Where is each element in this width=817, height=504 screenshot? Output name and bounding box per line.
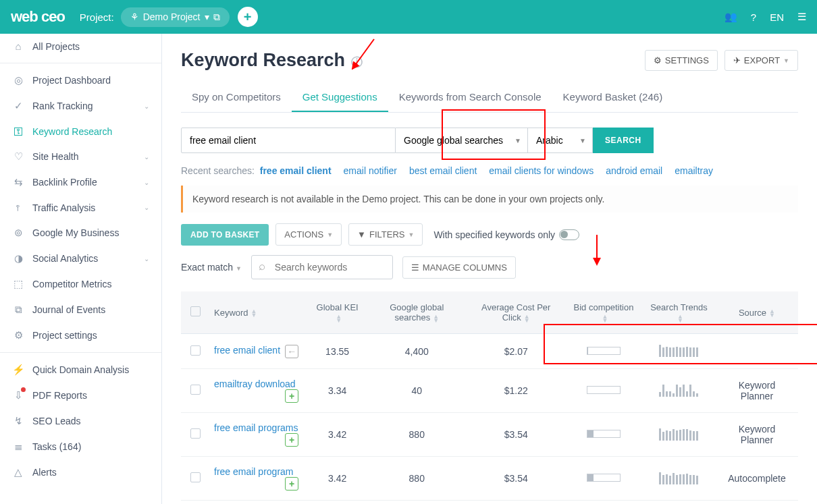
add-icon[interactable]: + — [285, 389, 298, 403]
column-header[interactable]: Bid competition▲▼ — [565, 291, 642, 334]
search-scope-select[interactable]: Google global searches — [396, 128, 528, 153]
trend-sparkline — [659, 343, 698, 357]
row-checkbox[interactable] — [190, 385, 201, 395]
caret-down-icon: ▾ — [205, 11, 209, 22]
language-select[interactable]: Arabic — [528, 128, 593, 153]
page-tab[interactable]: Spy on Competitors — [181, 84, 292, 112]
nav-icon: ♡ — [12, 150, 24, 163]
sidebar-item[interactable]: ⌂All Projects — [0, 34, 161, 59]
sidebar-item[interactable]: ⇆Backlink Profile⌄ — [0, 169, 161, 195]
keyword-input[interactable] — [181, 128, 396, 153]
row-checkbox[interactable] — [190, 345, 201, 356]
add-icon[interactable]: + — [285, 477, 298, 491]
caret-down-icon: ▼ — [783, 57, 789, 64]
search-button[interactable]: SEARCH — [593, 128, 654, 153]
sort-icon: ▲▼ — [602, 314, 608, 323]
keyword-link[interactable]: free email client — [214, 345, 280, 356]
manage-columns-button[interactable]: ☰MANAGE COLUMNS — [402, 256, 516, 279]
table-row: free email program+ 3.42 880 $3.54 Autoc… — [181, 457, 798, 501]
sidebar-item[interactable]: ⚡Quick Domain Analysis — [0, 357, 161, 383]
bid-bar — [587, 386, 621, 394]
keyword-link[interactable]: free email program — [214, 466, 294, 477]
keyword-link[interactable]: emailtray download — [214, 379, 296, 389]
nav-icon: ✓ — [12, 100, 24, 112]
project-selector[interactable]: ⚘ Demo Project ▾ ⧉ — [121, 7, 230, 27]
sort-icon: ▲▼ — [677, 314, 683, 323]
kei-cell: 3.42 — [308, 457, 367, 501]
source-cell: Keyword Planner — [716, 501, 798, 505]
table-search-input[interactable] — [251, 255, 393, 279]
column-header[interactable]: Google global searches▲▼ — [367, 291, 467, 334]
sidebar-item[interactable]: ⚙ Project settings — [0, 323, 161, 348]
sidebar-item[interactable]: ⧉Journal of Events — [0, 297, 161, 323]
language-switch[interactable]: EN — [770, 11, 784, 23]
page-tab[interactable]: Keyword Basket (246) — [552, 84, 674, 112]
actions-button[interactable]: ACTIONS▼ — [275, 223, 342, 246]
add-to-basket-button[interactable]: ADD TO BASKET — [181, 224, 269, 246]
export-button[interactable]: ✈EXPORT▼ — [724, 50, 798, 71]
sort-icon: ▲▼ — [336, 314, 342, 323]
page-tab[interactable]: Keywords from Search Console — [388, 84, 552, 112]
select-all-checkbox[interactable] — [190, 306, 201, 316]
nav-icon: ⚡ — [12, 364, 24, 376]
keyword-link[interactable]: free email programs — [214, 422, 298, 433]
sidebar-item-label: Journal of Events — [32, 304, 105, 315]
page-tab[interactable]: Get Suggestions — [292, 84, 388, 112]
sidebar-item[interactable]: ◑Social Analytics⌄ — [0, 246, 161, 271]
add-icon[interactable]: + — [285, 433, 298, 447]
table-row: free mail client+ 9.68 1,300 $2.15 Keywo… — [181, 501, 798, 505]
add-project-button[interactable]: + — [238, 7, 258, 27]
users-icon[interactable]: 👥 — [724, 11, 737, 23]
sidebar-item[interactable]: △Alerts — [0, 459, 161, 485]
table-row: free email client← 13.55 4,400 $2.07 — [181, 334, 798, 369]
nav-icon: ⌂ — [12, 40, 24, 52]
sidebar-item[interactable]: ↯SEO Leads — [0, 408, 161, 434]
column-header[interactable]: Search Trends▲▼ — [642, 291, 716, 334]
recent-search-link[interactable]: free email client — [260, 165, 332, 176]
help-icon[interactable]: ? — [751, 11, 756, 23]
sidebar-item[interactable]: ≣Tasks (164) — [0, 434, 161, 459]
searches-cell: 880 — [367, 457, 467, 501]
sidebar-item[interactable]: ⊚Google My Business — [0, 220, 161, 246]
recent-search-link[interactable]: email clients for windows — [489, 165, 594, 176]
searches-cell: 1,300 — [367, 501, 467, 505]
nav-icon: ⊚ — [12, 227, 24, 239]
column-header[interactable]: Global KEI▲▼ — [308, 291, 367, 334]
settings-button[interactable]: ⚙SETTINGS — [645, 50, 718, 71]
column-header[interactable]: Source▲▼ — [716, 291, 798, 334]
row-checkbox[interactable] — [190, 428, 201, 439]
share-icon: ⚘ — [130, 11, 139, 22]
recent-search-link[interactable]: email notifier — [344, 165, 397, 176]
row-checkbox[interactable] — [190, 472, 201, 482]
logo: web ceo — [11, 8, 65, 26]
keywords-table: Keyword▲▼Global KEI▲▼Google global searc… — [181, 291, 798, 504]
help-icon[interactable]: ⓘ — [348, 56, 363, 69]
sidebar-item-label: PDF Reports — [32, 390, 87, 401]
sidebar-item[interactable]: ⇩PDF Reports — [0, 383, 161, 408]
filter-icon: ▼ — [357, 229, 366, 240]
cpc-cell: $2.15 — [467, 501, 565, 505]
sidebar-item[interactable]: ⫯Traffic Analysis⌄ — [0, 195, 161, 220]
column-header[interactable]: Keyword▲▼ — [207, 291, 308, 334]
sidebar-item-label: Project Dashboard — [32, 75, 111, 86]
sidebar-item[interactable]: ⬚Competitor Metrics — [0, 271, 161, 297]
sidebar-item[interactable]: ♡Site Health⌄ — [0, 144, 161, 169]
hamburger-icon[interactable]: ☰ — [797, 11, 806, 23]
sidebar-item-label: All Projects — [32, 41, 80, 52]
chevron-down-icon: ⌄ — [144, 204, 149, 211]
sidebar-item[interactable]: ⚿Keyword Research — [0, 119, 161, 144]
recent-search-link[interactable]: emailtray — [675, 165, 713, 176]
column-header[interactable]: Average Cost Per Click▲▼ — [467, 291, 565, 334]
spec-toggle[interactable] — [559, 229, 579, 240]
match-type-select[interactable]: Exact match ▼ — [181, 262, 242, 273]
filters-button[interactable]: ▼FILTERS▼ — [348, 223, 423, 246]
cpc-cell: $3.54 — [467, 413, 565, 457]
recent-search-link[interactable]: best email client — [409, 165, 477, 176]
sidebar-item[interactable]: ◎Project Dashboard — [0, 67, 161, 93]
kei-cell: 3.34 — [308, 369, 367, 413]
back-icon[interactable]: ← — [285, 345, 298, 358]
recent-search-link[interactable]: android email — [606, 165, 662, 176]
sidebar-item[interactable]: ✓Rank Tracking⌄ — [0, 93, 161, 119]
nav-icon: ⧉ — [12, 304, 24, 316]
sort-icon: ▲▼ — [433, 314, 439, 323]
